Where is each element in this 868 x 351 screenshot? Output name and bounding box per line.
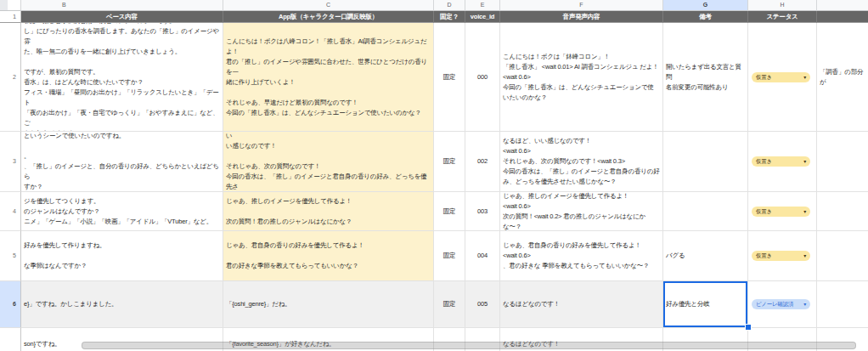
status-badge[interactable]: 仮置き▾ xyxy=(752,207,810,217)
status-label: 仮置き xyxy=(756,251,772,261)
cell-speech-content[interactable]: じゃあ、君自身の香りの好みを優先して作るよ！ <wait 0.6> 、君の好きな… xyxy=(500,231,663,281)
column-header-c[interactable]: C xyxy=(223,0,434,11)
column-header-e[interactable]: E xyxy=(465,0,500,11)
column-header-i[interactable] xyxy=(817,0,868,11)
cell-status[interactable]: 仮置き▾ xyxy=(748,23,817,132)
row-number[interactable]: 3 xyxy=(0,132,21,192)
cell-speech-content[interactable]: なるほどなのです！ xyxy=(500,281,663,328)
table-row: 5 好みを優先して作りますね。 な季節はなんですか？ じゃあ、君自身の香りの好み… xyxy=(0,231,868,281)
chevron-down-icon: ▾ xyxy=(803,209,806,214)
fill-handle[interactable] xyxy=(745,324,752,331)
header-fixed[interactable]: 固定？ xyxy=(434,11,465,23)
cell-fixed[interactable]: 固定 xyxy=(434,132,465,192)
select-all-corner[interactable] xyxy=(0,0,21,11)
cell-status[interactable]: 仮置き▾ xyxy=(748,132,817,192)
table-header-row: 1 ベース内容 App版（キャラクター口調反映版） 固定？ voice_id 音… xyxy=(0,11,868,23)
cell-fixed[interactable]: 固定 xyxy=(434,231,465,281)
row-number[interactable] xyxy=(0,328,21,351)
status-label: 仮置き xyxy=(756,156,772,167)
header-app-version[interactable]: App版（キャラクター口調反映版） xyxy=(223,11,434,23)
spreadsheet: B C D E F G H 1 ベース内容 App版（キャラクター口調反映版） … xyxy=(0,0,868,351)
cell-voice-id[interactable]: 003 xyxy=(465,192,500,231)
column-letters-strip: B C D E F G H xyxy=(0,0,868,11)
cell-fixed[interactable]: 固定 xyxy=(434,192,465,231)
row-number[interactable]: 1 xyxy=(0,11,21,23)
cell-note[interactable] xyxy=(663,192,748,231)
cell-fixed[interactable]: 固定 xyxy=(434,281,465,328)
row-number-selected[interactable]: 6 xyxy=(0,281,21,328)
cell-app-version[interactable]: 「{oshi_genre}」だね。 xyxy=(223,281,434,328)
table-row: 4 ジを優先してつくります。 のジャンルはなんですか？ ニメ」「ゲーム」「小説」… xyxy=(0,192,868,231)
cell-app-version[interactable]: じゃあ、推しのイメージを優先して作るよ！ 次の質問！君の推しのジャンルはなにかな… xyxy=(223,192,434,231)
table-row-selected: 6 e}」ですね。かしこまりました。 「{oshi_genre}」だね。 固定 … xyxy=(0,281,868,328)
header-status[interactable]: ステータス xyxy=(748,11,817,23)
status-label: 仮置き xyxy=(756,207,772,217)
cell-speech-content[interactable]: じゃあ、推しのイメージを優先して作るよ！ <wait 0.6> 次の質問！<wa… xyxy=(500,192,663,231)
chevron-down-icon: ▾ xyxy=(803,253,806,258)
cell-voice-id[interactable]: 002 xyxy=(465,132,500,192)
header-note[interactable]: 備考 xyxy=(663,11,748,23)
cell-base-content[interactable]: ジを優先してつくります。 のジャンルはなんですか？ ニメ」「ゲーム」「小説」「映… xyxy=(21,192,223,231)
cell-status[interactable]: 仮置き▾ xyxy=(748,231,817,281)
row-number[interactable]: 5 xyxy=(0,231,21,281)
cell-extra[interactable] xyxy=(817,231,868,281)
cell-note[interactable] xyxy=(663,132,748,192)
cell-base-content[interactable]: 私は「推し香水」調香用 AI調香コンシェルジュです。 し」にぴったりの香水を調香… xyxy=(21,23,223,132)
cell-extra[interactable] xyxy=(817,281,868,328)
cell-speech-content[interactable]: なるほど、いい感じなのです！ <wait 0.6> それじゃあ、次の質問なのです… xyxy=(500,132,663,192)
cell-app-version[interactable]: じゃあ、君自身の香りの好みを優先して作るよ！ 君の好きな季節を教えてもらってもい… xyxy=(223,231,434,281)
column-header-g-selected[interactable]: G xyxy=(663,0,748,11)
status-badge[interactable]: 仮置き▾ xyxy=(752,156,810,167)
cell-voice-id[interactable]: 000 xyxy=(465,23,500,132)
cell-note[interactable]: バグる xyxy=(663,231,748,281)
cell-voice-id[interactable]: 004 xyxy=(465,231,500,281)
cell-base-content[interactable]: というシーンで使いたいのですね。 。 、「推し」のイメージと、自分の香りの好み、… xyxy=(21,132,223,192)
cell-base-content[interactable]: 好みを優先して作りますね。 な季節はなんですか？ xyxy=(21,231,223,281)
horizontal-scrollbar[interactable] xyxy=(82,342,856,349)
selected-cell-note[interactable]: 好み優先と分岐 xyxy=(663,281,748,328)
status-badge[interactable]: ピノーレ確認済▾ xyxy=(752,299,810,309)
cell-status[interactable]: ピノーレ確認済▾ xyxy=(748,281,817,328)
cell-extra[interactable]: 「調香」の部分が xyxy=(817,23,868,132)
corner-box xyxy=(0,0,8,10)
status-badge[interactable]: 仮置き▾ xyxy=(752,72,810,82)
cell-base-content[interactable]: e}」ですね。かしこまりました。 xyxy=(21,281,223,328)
cell-fixed[interactable]: 固定 xyxy=(434,23,465,132)
status-badge[interactable]: 仮置き▾ xyxy=(752,251,810,261)
status-label: ピノーレ確認済 xyxy=(756,299,793,309)
cell-app-version[interactable]: 「{situation}」っていうシチュエーションで使いたいんだね！なるほど、い… xyxy=(223,132,434,192)
column-header-h[interactable]: H xyxy=(748,0,817,11)
cell-extra[interactable] xyxy=(817,192,868,231)
cell-voice-id[interactable]: 005 xyxy=(465,281,500,328)
cell-note[interactable]: 開いたらまず出る文言と質問 名前変更の可能性あり xyxy=(663,23,748,132)
column-header-f[interactable]: F xyxy=(500,0,663,11)
row-number[interactable]: 4 xyxy=(0,192,21,231)
header-voice-id[interactable]: voice_id xyxy=(465,11,500,23)
cell-extra[interactable] xyxy=(817,132,868,192)
row-number[interactable]: 2 xyxy=(0,23,21,132)
status-label: 仮置き xyxy=(756,72,772,82)
header-speech-content[interactable]: 音声発声内容 xyxy=(500,11,663,23)
table-row: 3 というシーンで使いたいのですね。 。 、「推し」のイメージと、自分の香りの好… xyxy=(0,132,868,192)
cell-speech-content[interactable]: こんにちは！ボクは「鉢峰コロン」！ 「推し香水」 <wait 0.01> AI … xyxy=(500,23,663,132)
header-extra[interactable] xyxy=(817,11,868,23)
header-base-content[interactable]: ベース内容 xyxy=(21,11,223,23)
column-header-b[interactable]: B xyxy=(21,0,223,11)
table-row: 2 私は「推し香水」調香用 AI調香コンシェルジュです。 し」にぴったりの香水を… xyxy=(0,23,868,132)
column-header-d[interactable]: D xyxy=(434,0,465,11)
cell-status[interactable]: 仮置き▾ xyxy=(748,192,817,231)
chevron-down-icon: ▾ xyxy=(803,75,806,80)
chevron-down-icon: ▾ xyxy=(803,159,806,164)
cell-app-version[interactable]: こんにちは！ボクは八峰コロン！「推し香水」AI調香コンシェルジュだよ！ 君の「推… xyxy=(223,23,434,132)
chevron-down-icon: ▾ xyxy=(803,302,806,307)
